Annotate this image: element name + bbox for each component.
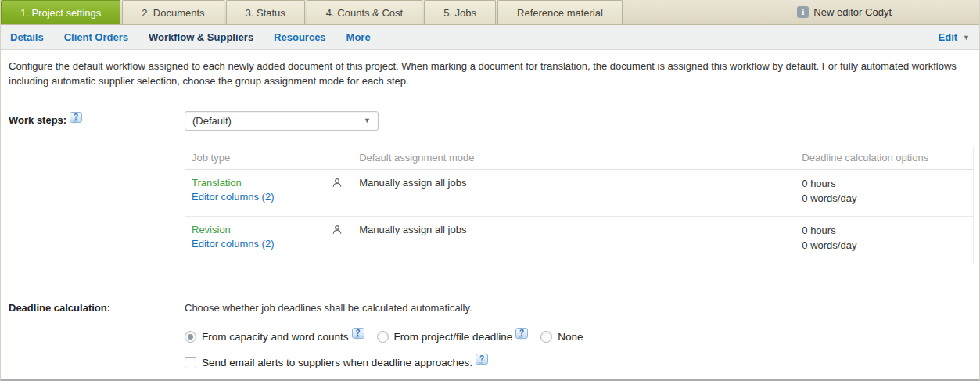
help-icon[interactable]: ? [352, 328, 364, 339]
radio-from-project-deadline[interactable]: From project/file deadline ? [377, 331, 529, 343]
main-tab-bar: 1. Project settings 2. Documents 3. Stat… [1, 0, 979, 25]
work-steps-label: Work steps: [9, 114, 66, 126]
col-header-job-type: Job type [185, 146, 325, 169]
main-content: Configure the default workflow assigned … [1, 50, 979, 368]
deadline-label-col: Deadline calculation: [9, 299, 185, 314]
deadline-calculation-label: Deadline calculation: [9, 302, 110, 314]
subnav-item-more[interactable]: More [346, 31, 371, 43]
table-row-translation: Translation Editor columns (2) Manually … [185, 169, 974, 217]
radio-label: None [558, 331, 583, 343]
radio-none[interactable]: None [540, 331, 583, 343]
deadline-field-col: Choose whether job deadlines shall be ca… [185, 299, 971, 368]
help-icon[interactable]: ? [70, 112, 82, 123]
email-alerts-row: Send email alerts to suppliers when dead… [185, 357, 971, 368]
tab-reference-material[interactable]: Reference material [497, 0, 623, 24]
tab-label: 3. Status [246, 7, 285, 19]
subnav-item-workflow-suppliers[interactable]: Workflow & Suppliers [149, 31, 253, 43]
deadline-description: Choose whether job deadlines shall be ca… [185, 299, 971, 314]
new-editor-notice[interactable]: i New editor Codyt [797, 0, 979, 24]
job-type-label: Translation [192, 177, 318, 189]
notice-text: New editor Codyt [813, 6, 892, 18]
deadline-hours: 0 hours [802, 177, 967, 192]
subnav-item-resources[interactable]: Resources [274, 31, 325, 43]
radio-button[interactable] [540, 331, 552, 343]
user-icon [332, 225, 343, 235]
deadline-hours: 0 hours [802, 224, 967, 239]
table-header-row: Job type Default assignment mode Deadlin… [185, 146, 974, 169]
edit-button[interactable]: Edit [939, 31, 958, 43]
tab-documents[interactable]: 2. Documents [122, 0, 224, 24]
tab-project-settings[interactable]: 1. Project settings [1, 0, 120, 24]
email-alerts-label: Send email alerts to suppliers when dead… [202, 357, 472, 368]
tab-label: Reference material [517, 7, 603, 19]
tab-counts-cost[interactable]: 4. Counts & Cost [307, 0, 422, 24]
user-icon [332, 178, 343, 189]
work-steps-label-col: Work steps:? [9, 111, 185, 127]
tab-label: 2. Documents [142, 7, 204, 19]
deadline-words: 0 words/day [802, 192, 967, 207]
tab-label: 1. Project settings [20, 7, 101, 19]
tab-jobs[interactable]: 5. Jobs [424, 0, 496, 24]
work-steps-table: Job type Default assignment mode Deadlin… [185, 146, 974, 264]
col-header-deadline-options: Deadline calculation options [795, 146, 974, 169]
radio-label: From capacity and word counts [202, 331, 349, 343]
assignment-mode-value: Manually assign all jobs [353, 217, 795, 264]
edit-menu[interactable]: Edit ▼ [939, 31, 970, 43]
email-alerts-checkbox[interactable] [185, 357, 196, 368]
sub-nav: Details Client Orders Workflow & Supplie… [1, 25, 979, 50]
radio-button[interactable] [377, 331, 389, 343]
deadline-words: 0 words/day [802, 239, 967, 253]
tab-status[interactable]: 3. Status [226, 0, 305, 24]
assignment-mode-value: Manually assign all jobs [353, 169, 795, 217]
info-icon: i [797, 6, 809, 18]
col-header-assignment-icon [325, 146, 353, 169]
radio-button[interactable] [185, 331, 196, 343]
work-steps-field-col: (Default) ▼ Job type Default assignment … [185, 111, 974, 264]
radio-label: From project/file deadline [394, 331, 513, 343]
col-header-assignment-mode: Default assignment mode [353, 146, 795, 169]
radio-from-capacity[interactable]: From capacity and word counts ? [185, 331, 364, 343]
job-type-label: Revision [192, 224, 318, 235]
editor-columns-link[interactable]: Editor columns (2) [192, 191, 274, 203]
workflow-select[interactable]: (Default) ▼ [185, 111, 379, 131]
intro-text: Configure the default workflow assigned … [9, 59, 971, 89]
tab-label: 5. Jobs [443, 7, 476, 19]
help-icon[interactable]: ? [515, 328, 528, 339]
editor-columns-link[interactable]: Editor columns (2) [192, 238, 274, 250]
workflow-select-value: (Default) [192, 115, 232, 127]
chevron-down-icon[interactable]: ▼ [963, 34, 970, 41]
help-icon[interactable]: ? [476, 354, 488, 365]
subnav-item-details[interactable]: Details [10, 31, 44, 43]
subnav-item-client-orders[interactable]: Client Orders [64, 31, 128, 43]
deadline-radio-group: From capacity and word counts ? From pro… [185, 331, 971, 343]
tab-label: 4. Counts & Cost [326, 7, 403, 19]
app-window: 1. Project settings 2. Documents 3. Stat… [0, 0, 980, 381]
dropdown-arrow-icon: ▼ [364, 117, 371, 124]
table-row-revision: Revision Editor columns (2) Manually ass… [185, 217, 974, 264]
deadline-calculation-row: Deadline calculation: Choose whether job… [9, 299, 971, 368]
work-steps-row: Work steps:? (Default) ▼ Job type Defaul… [9, 111, 971, 264]
